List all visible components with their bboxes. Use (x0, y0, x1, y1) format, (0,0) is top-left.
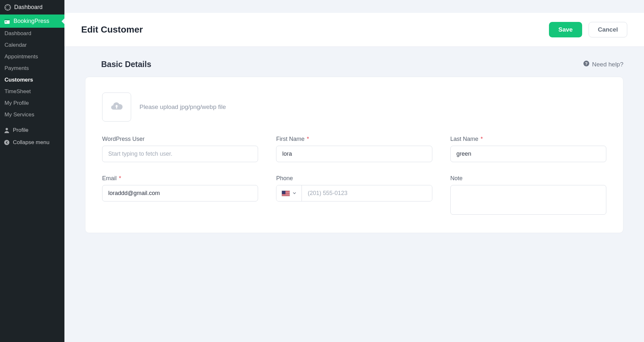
email-input[interactable] (102, 185, 258, 201)
sidebar-plugin-label: BookingPress (14, 18, 49, 24)
basic-details-card: Please upload jpg/png/webp file WordPres… (85, 77, 623, 233)
phone-wrap (276, 185, 432, 201)
note-input[interactable] (450, 185, 606, 215)
help-label: Need help? (592, 61, 623, 68)
sidebar: Dashboard BookingPress Dashboard Calenda… (0, 0, 64, 342)
svg-text:?: ? (585, 61, 588, 66)
sidebar-sub-myservices[interactable]: My Services (0, 109, 64, 121)
main: Edit Customer Save Cancel Basic Details … (64, 0, 644, 342)
sidebar-sub-calendar[interactable]: Calendar (0, 39, 64, 51)
sidebar-collapse[interactable]: Collapse menu (0, 137, 64, 150)
required-star: * (307, 136, 309, 142)
sidebar-sub-appointments[interactable]: Appointments (0, 51, 64, 63)
label-email: Email * (102, 175, 258, 182)
sidebar-top-label: Dashboard (14, 4, 43, 11)
phone-country-selector[interactable] (276, 185, 302, 201)
first-name-input[interactable] (276, 146, 432, 162)
svg-point-5 (4, 140, 9, 145)
chevron-down-icon (293, 190, 296, 197)
field-note: Note (450, 175, 606, 215)
collapse-label: Collapse menu (13, 139, 49, 146)
profile-label: Profile (13, 127, 28, 133)
label-first-name: First Name * (276, 136, 432, 142)
upload-hint: Please upload jpg/png/webp file (139, 103, 226, 111)
svg-point-4 (5, 128, 8, 130)
label-wp-user: WordPress User (102, 136, 258, 142)
label-last-name: Last Name * (450, 136, 606, 142)
field-phone: Phone (276, 175, 432, 215)
form-grid: WordPress User First Name * Last Name * … (102, 136, 606, 215)
help-link[interactable]: ? Need help? (583, 60, 623, 68)
field-wp-user: WordPress User (102, 136, 258, 162)
field-last-name: Last Name * (450, 136, 606, 162)
user-icon (4, 127, 10, 133)
sidebar-sub-timesheet[interactable]: TimeSheet (0, 86, 64, 97)
section-header: Basic Details ? Need help? (81, 60, 627, 69)
svg-rect-3 (5, 21, 6, 22)
required-star: * (119, 175, 121, 181)
save-button[interactable]: Save (549, 22, 582, 37)
upload-row: Please upload jpg/png/webp file (102, 93, 606, 122)
page-header: Edit Customer Save Cancel (64, 13, 644, 47)
page-title: Edit Customer (81, 24, 143, 35)
bookingpress-icon (4, 18, 10, 24)
help-icon: ? (583, 60, 590, 68)
field-first-name: First Name * (276, 136, 432, 162)
collapse-icon (4, 140, 10, 145)
sidebar-submenu: Dashboard Calendar Appointments Payments… (0, 28, 64, 123)
sidebar-item-dashboard-top[interactable]: Dashboard (0, 0, 64, 15)
content: Basic Details ? Need help? Please upload… (64, 47, 644, 342)
sidebar-item-profile[interactable]: Profile (0, 123, 64, 137)
svg-rect-2 (5, 19, 10, 20)
cancel-button[interactable]: Cancel (589, 22, 627, 37)
sidebar-sub-dashboard[interactable]: Dashboard (0, 28, 64, 39)
page-actions: Save Cancel (549, 22, 627, 37)
wp-user-input[interactable] (102, 146, 258, 162)
us-flag-icon (282, 191, 290, 196)
label-phone: Phone (276, 175, 432, 182)
sidebar-sub-myprofile[interactable]: My Profile (0, 97, 64, 109)
phone-input[interactable] (302, 185, 432, 201)
field-email: Email * (102, 175, 258, 215)
upload-icon (110, 100, 123, 114)
required-star: * (481, 136, 483, 142)
sidebar-sub-payments[interactable]: Payments (0, 63, 64, 74)
topbar-spacer (64, 0, 644, 13)
sidebar-item-bookingpress[interactable]: BookingPress (0, 15, 64, 28)
last-name-input[interactable] (450, 146, 606, 162)
sidebar-sub-customers[interactable]: Customers (0, 74, 64, 86)
avatar-upload[interactable] (102, 93, 131, 122)
section-title: Basic Details (101, 60, 151, 69)
dashboard-icon (5, 4, 11, 11)
label-note: Note (450, 175, 606, 182)
